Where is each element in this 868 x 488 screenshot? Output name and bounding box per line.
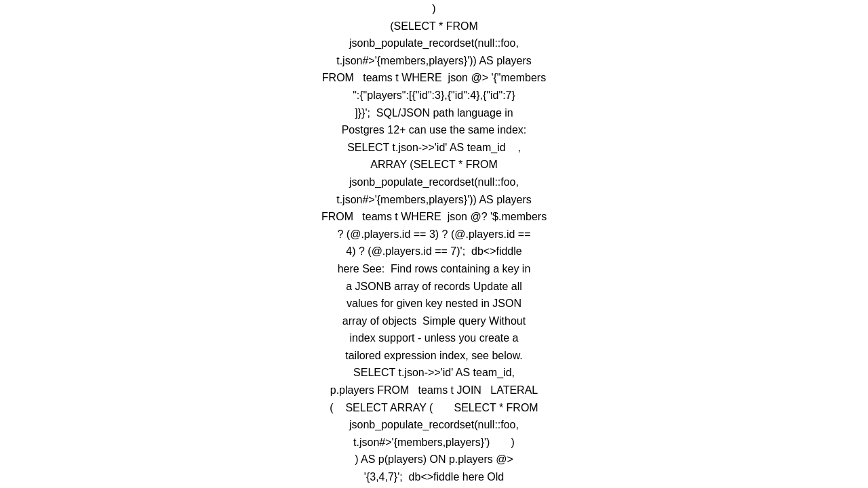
code-text: ) (SELECT * FROM jsonb_populate_recordse… [136,0,732,488]
main-content: ) (SELECT * FROM jsonb_populate_recordse… [0,0,868,488]
